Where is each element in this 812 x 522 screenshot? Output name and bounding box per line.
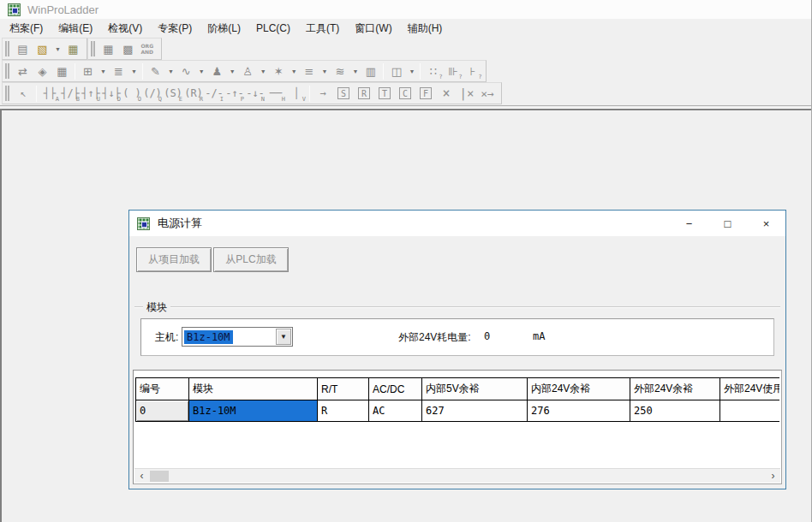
load-from-plc-button[interactable]: 从PLC加载 [213,247,289,272]
delete-col-button[interactable]: |× [457,84,477,103]
toolbar-grip[interactable] [91,41,95,56]
menu-edit[interactable]: 编辑(E) [51,19,100,39]
tool-key-label: H [282,96,285,103]
load-from-project-button[interactable]: 从项目加载 [136,247,212,272]
tool-key-label: B [76,96,80,103]
file-toolbar: ▤ ▧ ▼ ▦ [2,38,87,60]
open-file-button[interactable]: ▧ [33,39,52,58]
signal-icon: ∿ [182,65,191,78]
close-button[interactable]: × [747,211,785,236]
menu-file[interactable]: 档案(F) [2,19,51,39]
status-contact-button[interactable]: ⊦ ? [463,62,482,80]
grid-find-button[interactable]: ◫ [386,62,406,80]
menu-ladder[interactable]: 阶梯(L) [200,19,248,39]
hw-config-button[interactable]: ▦ [99,39,118,58]
dropdown-arrow-icon[interactable]: ▼ [319,68,331,74]
ladder-view-button[interactable]: ≣ [109,62,128,80]
dropdown-arrow-icon[interactable]: ▼ [350,68,361,74]
user-config-button[interactable]: ♟ [207,62,227,80]
coil-reset-button[interactable]: (R)R [183,84,204,103]
convert-button[interactable]: ⇄ [13,62,33,80]
coil-not-button[interactable]: (/)Q [142,84,163,103]
vline-button[interactable]: │V [286,84,307,103]
status-ladder-button[interactable]: ⊪ ? [443,62,463,80]
workspace[interactable]: 电源计算 − □ × 从项目加载 从PLC加载 模块 主机: B1z-10M [0,109,811,522]
func-r-button[interactable]: R [354,84,374,103]
menu-plc[interactable]: PLC(C) [248,20,298,37]
memory-button[interactable]: ≋ [331,62,350,80]
col-header-int24v: 内部24V余裕 [528,378,630,400]
cell-rt[interactable]: R [318,400,369,422]
chip-button[interactable]: ◈ [33,62,52,80]
host-select[interactable]: B1z-10M ▼ [182,327,293,347]
pointer-tool-button[interactable]: ↖ [13,84,33,103]
invert-button[interactable]: -/-I [204,84,224,103]
menu-tools[interactable]: 工具(T) [298,19,347,39]
matrix-button[interactable]: ▦ [52,62,72,80]
delete-button[interactable]: × [436,84,457,103]
toolbar-grip[interactable] [5,63,9,79]
menu-window[interactable]: 窗口(W) [347,19,399,39]
coil-out-button[interactable]: ( )O [122,84,142,103]
cell-int5v[interactable]: 627 [422,400,528,422]
cell-int24v[interactable]: 276 [528,400,630,422]
dropdown-arrow-icon[interactable]: ▼ [128,68,140,74]
dropdown-arrow-icon[interactable]: ▼ [258,68,269,74]
scroll-right-button[interactable]: › [766,469,780,483]
cell-module[interactable]: B1z-10M [189,400,318,422]
toolbar-grip[interactable] [5,86,9,101]
scroll-left-button[interactable]: ‹ [134,469,149,483]
func-t-button[interactable]: T [374,84,395,103]
scrollbar-thumb[interactable] [150,471,169,482]
func-s-button[interactable]: S [333,84,354,103]
edge-down-button[interactable]: -↓-N [245,84,266,103]
cell-ext24v-used[interactable] [720,400,780,422]
org-and-button[interactable]: ORG AND [138,39,158,58]
open-dropdown-arrow-icon[interactable]: ▼ [52,46,63,52]
cell-acdc[interactable]: AC [369,400,422,422]
contact-down-button[interactable]: ┤↓├D [101,84,122,103]
func-c-button[interactable]: C [395,84,415,103]
titlebar[interactable]: WinProLadder [0,0,811,19]
status-list-button[interactable]: ∷ ? [423,62,443,80]
ladder-view-icon: ≣ [114,65,123,78]
save-button[interactable]: ▦ [63,39,83,58]
password-button[interactable]: ✶ [269,62,289,80]
maximize-button[interactable]: □ [708,211,747,236]
dropdown-arrow-icon[interactable]: ▼ [289,68,300,74]
dropdown-arrow-icon[interactable]: ▼ [196,68,207,74]
new-file-button[interactable]: ▤ [13,39,33,58]
dropdown-arrow-icon[interactable]: ▼ [98,68,109,74]
edit-text-button[interactable]: ✎ [146,62,165,80]
io-card-button[interactable]: ▥ [361,62,380,80]
contact-no-button[interactable]: ┤├A [39,84,60,103]
delete-row-button[interactable]: ×→ [477,84,498,103]
hline-button[interactable]: ──H [266,84,286,103]
minimize-button[interactable]: − [670,211,708,236]
menu-view[interactable]: 检视(V) [100,19,150,39]
dialog-titlebar[interactable]: 电源计算 − □ × [129,211,785,236]
toolbar-grip[interactable] [5,41,9,56]
menu-help[interactable]: 辅助(H) [400,19,451,39]
coil-set-button[interactable]: (S)E [163,84,183,103]
module-grid-viewport: 编号 模块 R/T AC/DC 内部5V余裕 内部24V余裕 外部24V余裕 外… [135,377,779,466]
ladder-grid-button[interactable]: ▩ [118,39,138,58]
cell-ext24v[interactable]: 250 [630,400,720,422]
project-tree-button[interactable]: ⊞ [78,62,98,80]
dropdown-arrow-icon[interactable]: ▼ [227,68,238,74]
question-mark-icon: ? [479,74,482,80]
menu-project[interactable]: 专案(P) [150,19,200,39]
list-button[interactable]: ≡ [300,62,319,80]
horizontal-scrollbar[interactable]: ‹ › [134,468,780,483]
dropdown-arrow-icon[interactable]: ▼ [165,68,176,74]
contact-up-button[interactable]: ┤↑├U [81,84,101,103]
edge-up-button[interactable]: -↑-P [224,84,245,103]
signal-button[interactable]: ∿ [176,62,196,80]
dropdown-arrow-icon[interactable]: ▼ [406,68,417,74]
host-select-dropdown-button[interactable]: ▼ [276,329,291,345]
user-button[interactable]: ♙ [238,62,258,80]
func-f-button[interactable]: F [415,84,436,103]
arrow-button[interactable]: → [313,84,333,103]
contact-nc-button[interactable]: ┤/├B [60,84,81,103]
cell-index[interactable]: 0 [136,400,189,422]
